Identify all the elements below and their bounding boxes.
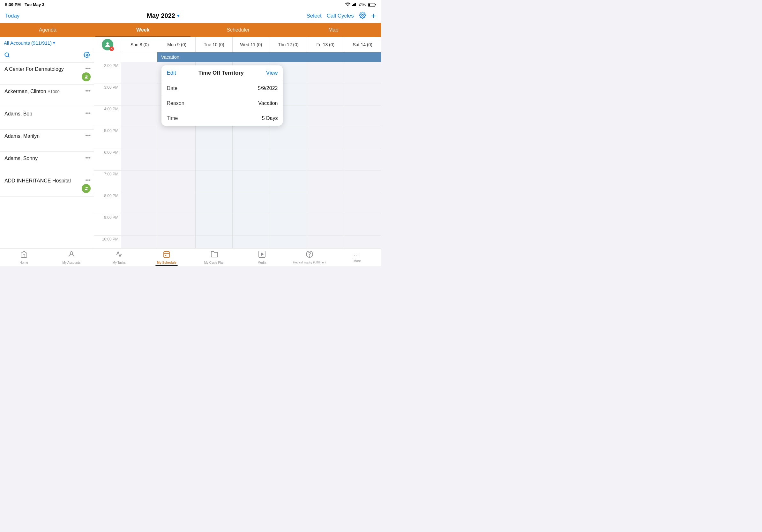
calendar-title[interactable]: May 2022 ▾ [147,12,179,20]
nav-my-cycle-plan[interactable]: My Cycle Plan [190,249,238,266]
time-slot: 6:00 PM [94,149,121,170]
account-badge [82,184,91,193]
main-content: All Accounts (911/911) ▾ ••• A Center Fo… [0,37,381,248]
list-item[interactable]: ••• A Center For Dermatology [0,62,94,85]
settings-icon[interactable] [359,12,366,20]
time-slot: 5:00 PM [94,127,121,149]
calendar-area: ✕ Sun 8 (0) Mon 9 (0) Tue 10 (0) Wed 11 … [94,37,381,248]
account-filter[interactable]: All Accounts (911/911) ▾ [4,40,55,46]
day-col-tue[interactable]: Tue 10 (0) [195,37,233,52]
calendar-body: 2:00 PM 3:00 PM 4:00 PM 5:00 PM 6:00 PM … [94,62,381,248]
nav-media[interactable]: Media [238,249,286,266]
calendar-header: ✕ Sun 8 (0) Mon 9 (0) Tue 10 (0) Wed 11 … [94,37,381,52]
more-icon[interactable]: ••• [85,155,91,161]
tab-scheduler[interactable]: Scheduler [190,23,286,37]
svg-point-12 [87,76,88,77]
status-date: Tue May 3 [25,2,44,7]
nav-my-schedule[interactable]: My Schedule [143,249,190,266]
day-col-sat[interactable]: Sat 14 (0) [344,37,381,52]
bottom-nav: Home My Accounts My Tasks My Schedule My… [0,248,381,266]
more-icon[interactable]: ••• [85,88,91,94]
time-off-popup: Edit Time Off Territory View Date 5/9/20… [162,65,283,126]
title-chevron: ▾ [177,13,179,18]
account-list: ••• A Center For Dermatology ••• Ackerma… [0,62,94,248]
my-accounts-icon [68,250,75,260]
call-cycles-button[interactable]: Call Cycles [327,13,354,19]
popup-time-row: Time 5 Days [162,111,283,126]
sidebar: All Accounts (911/911) ▾ ••• A Center Fo… [0,37,94,248]
day-col-sun[interactable]: Sun 8 (0) [121,37,158,52]
account-badge [82,72,91,81]
day-col-wed[interactable]: Wed 11 (0) [233,37,269,52]
wifi-icon [345,2,350,7]
add-button[interactable]: + [371,11,376,21]
day-col-thu[interactable]: Thu 12 (0) [270,37,307,52]
list-item[interactable]: ••• ADD INHERITANCE Hospital [0,174,94,196]
day-col-fri[interactable]: Fri 13 (0) [307,37,344,52]
popup-header: Edit Time Off Territory View [162,65,283,81]
svg-point-10 [86,54,88,56]
nav-more[interactable]: ··· More [334,250,381,264]
sidebar-settings-icon[interactable] [84,52,90,60]
status-time: 5:39 PM [5,2,21,7]
more-icon: ··· [354,252,360,258]
my-cycle-plan-icon [211,250,218,260]
popup-view-button[interactable]: View [266,70,278,76]
time-slot: 2:00 PM [94,62,121,84]
popup-title: Time Off Territory [198,70,244,76]
tab-week[interactable]: Week [95,23,191,37]
media-icon [258,250,266,260]
status-bar: 5:39 PM Tue May 3 24% [0,0,381,9]
svg-rect-5 [375,4,376,5]
more-icon[interactable]: ••• [85,66,91,71]
list-item[interactable]: ••• Adams, Marilyn [0,129,94,152]
more-icon[interactable]: ••• [85,177,91,183]
select-button[interactable]: Select [307,13,322,19]
svg-rect-3 [355,3,356,6]
list-item[interactable]: ••• Adams, Bob [0,107,94,129]
grid-col-fri[interactable] [307,62,344,248]
popup-edit-button[interactable]: Edit [167,70,176,76]
my-tasks-icon [115,250,123,260]
tab-map[interactable]: Map [286,23,381,37]
sidebar-header: All Accounts (911/911) ▾ [0,37,94,49]
grid-col-sun[interactable] [121,62,158,248]
svg-rect-21 [165,255,166,256]
svg-marker-23 [261,253,263,255]
svg-rect-1 [353,4,354,6]
vacation-banner[interactable]: Vacation [157,52,381,62]
avatar-close-icon: ✕ [110,46,114,51]
svg-rect-17 [164,252,170,257]
svg-point-24 [309,256,310,256]
my-schedule-icon [163,250,170,260]
grid-col-sat[interactable] [344,62,381,248]
list-item[interactable]: ••• Adams, Sonny [0,152,94,174]
day-grid: Edit Time Off Territory View Date 5/9/20… [121,62,381,248]
status-icons: 24% [345,2,376,7]
time-slot: 9:00 PM [94,214,121,236]
today-button[interactable]: Today [5,13,20,19]
nav-my-accounts[interactable]: My Accounts [47,249,95,266]
signal-icon [352,2,357,7]
medical-inquiry-icon [306,250,313,260]
more-icon[interactable]: ••• [85,110,91,116]
list-item[interactable]: ••• Ackerman, Clinton A1000 [0,85,94,107]
popup-date-row: Date 5/9/2022 [162,81,283,96]
tab-agenda[interactable]: Agenda [0,23,95,37]
more-icon[interactable]: ••• [85,133,91,138]
battery-icon: 24% [359,2,376,7]
svg-rect-6 [368,4,370,6]
svg-point-11 [86,75,87,77]
nav-my-tasks[interactable]: My Tasks [95,249,143,266]
search-icon[interactable] [4,52,10,60]
grid-col-mon[interactable]: Edit Time Off Territory View Date 5/9/20… [158,62,195,248]
filter-chevron: ▾ [53,40,55,45]
time-slot: 10:00 PM [94,236,121,248]
day-col-mon[interactable]: Mon 9 (0) [158,37,195,52]
avatar-column: ✕ [94,37,121,52]
popup-reason-row: Reason Vacation [162,96,283,111]
sidebar-search-row [0,49,94,62]
tab-bar: Agenda Week Scheduler Map [0,23,381,37]
nav-home[interactable]: Home [0,249,47,266]
nav-medical-inquiry[interactable]: Medical Inquiry Fulfillment [286,249,334,265]
